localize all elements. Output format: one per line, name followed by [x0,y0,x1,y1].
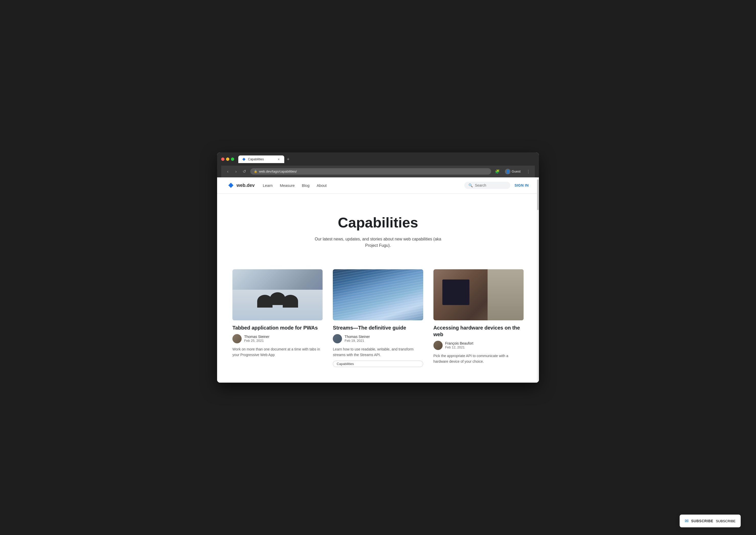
article-card: Tabbed application mode for PWAs Thomas … [232,269,323,368]
article-image-1 [232,269,323,320]
article-description-2: Learn how to use readable, writable, and… [333,346,423,358]
subscribe-label: SUBSCRIBE [691,519,713,523]
tab-favicon [242,157,246,161]
logo-icon [227,182,234,189]
minimize-window-button[interactable] [226,157,229,161]
forward-button[interactable]: › [232,168,240,175]
profile-icon: 👤 [505,169,510,174]
header-right: 🔍 Search SIGN IN [464,182,529,189]
menu-button[interactable]: ⋮ [525,168,532,175]
address-field[interactable]: 🔒 web.dev/tags/capabilities/ [250,168,491,175]
author-info-1: Thomas Steiner Feb 25, 2021 [244,335,270,343]
profile-button[interactable]: 👤 Guest [503,168,523,175]
active-tab[interactable]: Capabilities × [238,155,284,163]
sign-in-button[interactable]: SIGN IN [514,183,529,187]
article-author-row-2: Thomas Steiner Feb 19, 2021 [333,334,423,343]
scrollbar-thumb[interactable] [537,180,538,210]
browser-chrome: Capabilities × + ‹ › ↺ 🔒 web.dev/tags/ca… [217,153,539,177]
author-name-2: Thomas Steiner [344,335,370,339]
tabs-row: Capabilities × + [238,155,292,163]
nav-learn[interactable]: Learn [263,183,273,187]
article-author-row-1: Thomas Steiner Feb 25, 2021 [232,334,323,343]
browser-actions: 🧩 👤 Guest ⋮ [494,168,532,175]
back-button[interactable]: ‹ [224,168,231,175]
author-avatar-1 [232,334,242,343]
page-subtitle: Our latest news, updates, and stories ab… [312,236,444,249]
article-description-3: Pick the appropriate API to communicate … [433,353,524,364]
scrollbar-track[interactable] [537,177,539,383]
svg-marker-1 [228,183,233,188]
author-name-1: Thomas Steiner [244,335,270,339]
logo-text: web.dev [237,183,255,188]
article-image-2 [333,269,423,320]
article-description-1: Work on more than one document at a time… [232,346,323,358]
articles-grid: Tabbed application mode for PWAs Thomas … [217,264,539,383]
extensions-button[interactable]: 🧩 [494,168,501,175]
site-header: web.dev Learn Measure Blog About 🔍 Searc… [217,177,539,194]
nav-buttons: ‹ › ↺ [224,168,248,175]
traffic-lights [221,157,234,161]
subscribe-banner: ✉ SUBSCRIBE SUBSCRIBE [680,515,741,527]
nav-measure[interactable]: Measure [280,183,295,187]
author-avatar-2 [333,334,342,343]
tag-badge-2[interactable]: Capabilities [333,361,423,367]
site-logo[interactable]: web.dev [227,182,255,189]
tab-title: Capabilities [248,157,275,161]
reload-button[interactable]: ↺ [241,168,248,175]
article-title-3: Accessing hardware devices on the web [433,324,524,338]
article-title-2: Streams—The definitive guide [333,324,423,331]
article-date-1: Feb 25, 2021 [244,339,270,343]
article-date-2: Feb 19, 2021 [344,339,370,343]
site-nav: Learn Measure Blog About [263,183,456,187]
subscribe-email-icon: ✉ [685,518,688,524]
search-box[interactable]: 🔍 Search [464,182,510,189]
svg-marker-0 [242,158,246,161]
search-icon: 🔍 [468,183,473,187]
article-title-1: Tabbed application mode for PWAs [232,324,323,331]
browser-titlebar: Capabilities × + [221,155,535,163]
address-text: web.dev/tags/capabilities/ [259,169,297,173]
tab-close-button[interactable]: × [276,157,281,161]
new-tab-button[interactable]: + [285,156,292,163]
search-placeholder: Search [475,183,486,187]
browser-window: Capabilities × + ‹ › ↺ 🔒 web.dev/tags/ca… [217,153,539,383]
author-name-3: François Beaufort [445,341,474,345]
subscribe-button[interactable]: SUBSCRIBE [716,519,736,523]
browser-content: web.dev Learn Measure Blog About 🔍 Searc… [217,177,539,383]
page-title: Capabilities [227,214,529,231]
maximize-window-button[interactable] [231,157,234,161]
author-avatar-3 [433,341,443,350]
article-card-3: Accessing hardware devices on the web Fr… [433,269,524,368]
article-card-2: Streams—The definitive guide Thomas Stei… [333,269,423,368]
close-window-button[interactable] [221,157,224,161]
author-info-3: François Beaufort Feb 12, 2021 [445,341,474,349]
profile-label: Guest [511,169,520,173]
nav-about[interactable]: About [317,183,327,187]
nav-blog[interactable]: Blog [302,183,309,187]
article-date-3: Feb 12, 2021 [445,345,474,349]
article-author-row-3: François Beaufort Feb 12, 2021 [433,341,524,350]
article-image-3 [433,269,524,320]
address-bar-row: ‹ › ↺ 🔒 web.dev/tags/capabilities/ 🧩 👤 G… [221,166,535,177]
lock-icon: 🔒 [254,170,257,173]
hero-section: Capabilities Our latest news, updates, a… [217,194,539,264]
author-info-2: Thomas Steiner Feb 19, 2021 [344,335,370,343]
